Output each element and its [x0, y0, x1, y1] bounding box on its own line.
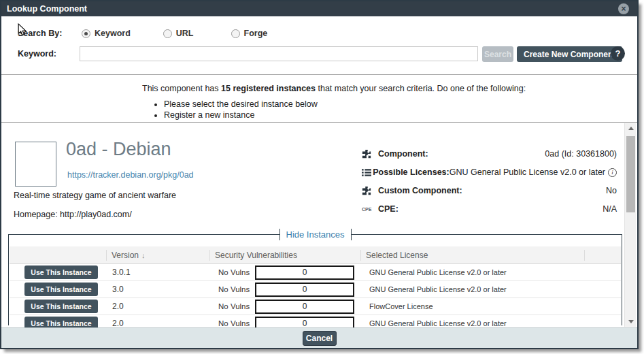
detail-value: 0ad (Id: 30361800) [545, 149, 617, 159]
header-actions-column [10, 250, 106, 261]
close-icon[interactable]: × [618, 3, 629, 14]
notice-bullet-list: Please select the desired instance below… [154, 99, 318, 121]
radio-url-label: URL [176, 29, 194, 38]
detail-row-custom: Custom Component: No [362, 184, 617, 197]
help-icon[interactable]: ? [611, 46, 625, 61]
scrollbar-thumb[interactable] [626, 136, 635, 212]
cancel-button[interactable]: Cancel [303, 331, 337, 346]
instance-license: FlowCover License [360, 302, 584, 310]
detail-label: Possible Licenses: [373, 167, 450, 177]
radio-url[interactable]: URL [163, 29, 194, 38]
vuln-count-box[interactable]: 0 [255, 283, 354, 297]
header-version-column[interactable]: Version↓ [106, 250, 209, 261]
header-extra-column [584, 250, 621, 261]
vulns-label: No Vulns [218, 302, 250, 310]
license-value: GNU General Public License v2.0 or later [450, 167, 605, 177]
keyword-label: Keyword: [18, 49, 56, 59]
detail-row-licenses: Possible Licenses: GNU General Public Li… [362, 165, 617, 179]
detail-value: GNU General Public License v2.0 or later… [450, 167, 617, 177]
dialog-title: Lookup Component [1, 4, 87, 14]
vulns-label: No Vulns [218, 268, 250, 276]
header-version-label: Version [112, 251, 139, 260]
hide-instances-link[interactable]: Hide Instances [279, 229, 352, 240]
search-by-label: Search By: [18, 29, 62, 38]
notice-bold: 15 registered instances [221, 84, 316, 93]
keyword-input[interactable] [80, 46, 478, 61]
detail-label: Component: [378, 149, 428, 159]
radio-forge-label: Forge [244, 29, 268, 38]
header-license-column[interactable]: Selected License [360, 250, 584, 261]
instances-section: Hide Instances Version↓ Security Vulnera… [8, 234, 622, 325]
notice-panel: This component has 15 registered instanc… [1, 75, 637, 123]
radio-keyword-label: Keyword [95, 29, 131, 38]
component-homepage: Homepage: http://play0ad.com/ [14, 210, 132, 219]
vulns-label: No Vulns [218, 319, 250, 327]
notice-bullet: Register a new instance [164, 110, 318, 120]
dialog-titlebar: Lookup Component × [1, 1, 637, 16]
sort-descending-icon: ↓ [141, 251, 146, 259]
instance-license: GNU General Public License v2.0 or later [360, 319, 584, 327]
component-result-area: 0ad - Debian https://tracker.debian.org/… [1, 123, 637, 327]
use-this-instance-button[interactable]: Use This Instance [24, 266, 98, 279]
instance-version: 2.0 [106, 319, 209, 327]
instance-row: Use This Instance 2.0 No Vulns 0 GNU Gen… [10, 315, 621, 327]
cpe-icon: CPE [362, 207, 378, 212]
vuln-count-box[interactable]: 0 [255, 266, 354, 280]
use-this-instance-button[interactable]: Use This Instance [24, 300, 98, 313]
detail-label: CPE: [378, 204, 399, 214]
use-this-instance-button[interactable]: Use This Instance [24, 317, 98, 327]
radio-forge-circle[interactable] [231, 29, 240, 38]
puzzle-icon [362, 186, 378, 195]
detail-row-component: Component: 0ad (Id: 30361800) [362, 147, 617, 161]
component-title: 0ad - Debian [66, 139, 171, 160]
dialog-footer: Cancel [1, 327, 637, 348]
info-icon[interactable]: i [608, 168, 617, 177]
instance-version: 2.0 [106, 302, 209, 311]
list-icon [362, 168, 373, 177]
radio-keyword[interactable]: Keyword [82, 29, 131, 38]
vuln-count-box[interactable]: 0 [255, 300, 354, 314]
detail-value: N/A [603, 204, 617, 214]
notice-suffix: that match your search criteria. Do one … [316, 84, 526, 93]
instance-license: GNU General Public License v2.0 or later [360, 268, 584, 276]
detail-value: No [606, 186, 617, 195]
search-panel: Search By: Keyword URL Forge Keyword: Se… [1, 16, 637, 75]
vertical-scrollbar[interactable] [624, 123, 636, 327]
vuln-count-box[interactable]: 0 [255, 317, 354, 328]
header-security-column[interactable]: Security Vulnerabilities [209, 250, 360, 261]
component-description: Real-time strategy game of ancient warfa… [14, 191, 176, 200]
use-this-instance-button[interactable]: Use This Instance [24, 283, 98, 296]
component-tracker-link[interactable]: https://tracker.debian.org/pkg/0ad [67, 170, 194, 180]
notice-bullet: Please select the desired instance below [164, 99, 318, 109]
radio-url-circle[interactable] [163, 29, 172, 38]
instance-row: Use This Instance 3.0.1 No Vulns 0 GNU G… [10, 264, 621, 281]
component-logo-placeholder [15, 142, 56, 187]
instance-row: Use This Instance 3.0 No Vulns 0 GNU Gen… [10, 281, 621, 298]
detail-row-cpe: CPE CPE: N/A [362, 202, 617, 216]
notice-text: This component has 15 registered instanc… [142, 84, 526, 93]
notice-prefix: This component has [142, 84, 221, 93]
lookup-component-dialog: Lookup Component × Search By: Keyword UR… [0, 0, 639, 349]
detail-label: Custom Component: [378, 186, 462, 195]
search-by-radio-group: Keyword URL Forge [82, 29, 267, 38]
scroll-down-icon[interactable] [625, 317, 637, 327]
vulns-label: No Vulns [218, 285, 250, 293]
search-button[interactable]: Search [482, 46, 513, 62]
instances-table-header: Version↓ Security Vulnerabilities Select… [10, 246, 621, 264]
radio-forge[interactable]: Forge [231, 29, 268, 38]
radio-keyword-circle[interactable] [82, 29, 90, 38]
scroll-up-icon[interactable] [625, 123, 637, 133]
instance-row: Use This Instance 2.0 No Vulns 0 FlowCov… [10, 298, 621, 315]
instance-license: GNU General Public License v2.0 or later [360, 285, 584, 293]
instance-version: 3.0.1 [106, 268, 209, 277]
create-new-component-button[interactable]: Create New Component [517, 46, 622, 62]
instances-table: Version↓ Security Vulnerabilities Select… [10, 246, 621, 327]
instance-version: 3.0 [106, 285, 209, 294]
puzzle-icon [362, 149, 378, 159]
